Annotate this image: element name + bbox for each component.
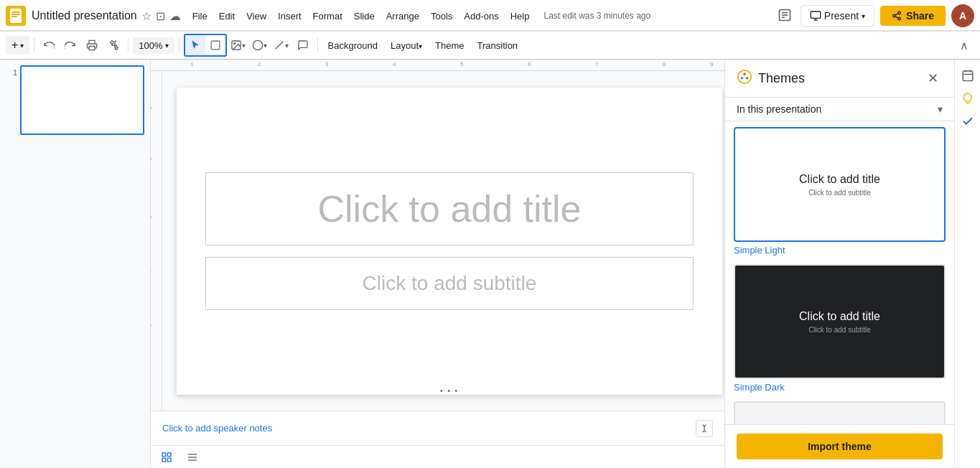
select-tool-button[interactable] (185, 35, 205, 55)
zoom-label: 100% (139, 40, 162, 51)
present-button[interactable]: Present ▾ (801, 5, 874, 27)
select-shape-tool-button[interactable] (205, 35, 225, 55)
star-icon[interactable]: ☆ (141, 9, 151, 23)
svg-rect-16 (162, 453, 166, 457)
menu-format[interactable]: Format (307, 9, 348, 24)
header-right: Present ▾ Share A (775, 4, 974, 27)
select-tool-group (184, 34, 227, 57)
notes-button[interactable] (775, 5, 795, 27)
transition-button[interactable]: Transition (472, 37, 524, 54)
slide-canvas[interactable]: Click to add title Click to add subtitle… (177, 88, 722, 395)
share-button[interactable]: Share (880, 6, 946, 26)
undo-button[interactable] (39, 35, 59, 55)
svg-rect-27 (963, 71, 973, 81)
main-layout: 1 1 2 3 4 5 6 7 8 9 (0, 60, 980, 468)
canvas-content: 1 2 3 4 5 Click to add title Click to ad… (151, 71, 724, 411)
sep2 (128, 38, 129, 52)
theme-name-simple-dark[interactable]: Simple Dark (734, 382, 946, 393)
line-button[interactable]: ▾ (271, 35, 291, 55)
app-logo[interactable] (6, 6, 26, 26)
themes-list: Click to add title Click to add subtitle… (725, 121, 954, 424)
menu-arrange[interactable]: Arrange (381, 9, 425, 24)
cloud-icon[interactable]: ☁ (169, 9, 181, 23)
svg-rect-9 (89, 46, 95, 50)
bottom-bar (151, 445, 724, 468)
svg-rect-10 (211, 41, 220, 50)
shape-button[interactable]: ▾ (250, 35, 270, 55)
themes-filter-row[interactable]: In this presentation ▾ (725, 98, 954, 121)
menu-tools[interactable]: Tools (425, 9, 458, 24)
menu-edit[interactable]: Edit (213, 9, 241, 24)
comment-button[interactable] (293, 35, 313, 55)
list-view-button[interactable] (157, 447, 177, 467)
import-theme-button[interactable]: Import theme (737, 434, 943, 459)
paint-format-button[interactable] (103, 35, 123, 55)
slide-title-placeholder-text: Click to add title (220, 187, 678, 230)
zoom-button[interactable]: 100% ▾ (133, 37, 174, 54)
calendar-button[interactable] (958, 65, 978, 85)
svg-point-23 (738, 70, 751, 83)
sep1 (34, 38, 34, 52)
new-slide-button[interactable]: + ▾ (6, 36, 29, 55)
header-title-group: Untitled presentation ☆ ⊡ ☁ File Edit Vi… (6, 6, 775, 26)
share-label: Share (906, 10, 934, 22)
svg-rect-4 (811, 11, 820, 18)
menu-slide[interactable]: Slide (348, 9, 381, 24)
last-edit-text: Last edit was 3 minutes ago (543, 11, 650, 21)
ruler-marks-h: 1 2 3 4 5 6 7 8 9 (162, 60, 724, 70)
sep3 (179, 38, 179, 52)
themes-header: Themes ✕ (725, 60, 954, 98)
notes-expand-button[interactable] (696, 420, 713, 437)
svg-rect-19 (167, 458, 171, 462)
menu-insert[interactable]: Insert (272, 9, 307, 24)
slide-canvas-wrapper: Click to add title Click to add subtitle… (162, 71, 724, 411)
theme-preview-title-simple-light: Click to add title (799, 173, 880, 186)
speaker-notes-text[interactable]: Click to add speaker notes (162, 423, 272, 434)
theme-preview-simple-light[interactable]: Click to add title Click to add subtitle (734, 127, 946, 242)
themes-icon (737, 69, 752, 88)
theme-button[interactable]: Theme (429, 37, 470, 54)
present-chevron: ▾ (862, 12, 865, 20)
svg-point-24 (743, 72, 746, 75)
print-button[interactable] (82, 35, 102, 55)
themes-footer: Import theme (725, 424, 954, 468)
slide-title-area[interactable]: Click to add title (205, 172, 694, 245)
menu-view[interactable]: View (241, 9, 272, 24)
title-section: Untitled presentation ☆ ⊡ ☁ (32, 9, 181, 22)
theme-preview-subtitle-simple-light: Click to add subtitle (808, 189, 871, 197)
menu-bar: File Edit View Insert Format Slide Arran… (187, 9, 775, 24)
svg-line-14 (276, 42, 284, 50)
grid-view-button[interactable] (182, 447, 202, 467)
speaker-notes-area: Click to add speaker notes (151, 411, 724, 445)
lightbulb-button[interactable] (958, 88, 978, 108)
theme-preview-title-simple-dark: Click to add title (799, 310, 880, 323)
menu-file[interactable]: File (187, 9, 213, 24)
themes-close-button[interactable]: ✕ (923, 68, 943, 88)
collapse-toolbar-button[interactable]: ∧ (954, 35, 974, 55)
image-button[interactable]: ▾ (228, 35, 248, 55)
themes-filter-text: In this presentation (737, 103, 938, 115)
slide-thumbnail[interactable] (20, 65, 144, 135)
redo-button[interactable] (60, 35, 80, 55)
theme-name-simple-light[interactable]: Simple Light (734, 245, 946, 256)
theme-item-spearmint: Click to add title Click to add subtitle (734, 401, 946, 424)
toolbar: + ▾ 100% ▾ (0, 31, 980, 60)
ruler-horizontal: 1 2 3 4 5 6 7 8 9 (151, 60, 724, 71)
doc-title[interactable]: Untitled presentation (32, 9, 137, 22)
background-button[interactable]: Background (322, 37, 383, 54)
user-avatar[interactable]: A (951, 4, 974, 27)
themes-title: Themes (758, 71, 917, 86)
theme-item-simple-light: Click to add title Click to add subtitle… (734, 127, 946, 256)
theme-preview-subtitle-simple-dark: Click to add subtitle (808, 326, 871, 334)
theme-preview-simple-dark[interactable]: Click to add title Click to add subtitle (734, 264, 946, 379)
layout-button[interactable]: Layout▾ (385, 37, 428, 54)
check-button[interactable] (958, 111, 978, 131)
ruler-vertical: 1 2 3 4 5 (151, 71, 162, 411)
slide-subtitle-area[interactable]: Click to add subtitle (205, 257, 694, 310)
theme-preview-spearmint[interactable]: Click to add title Click to add subtitle (734, 401, 946, 424)
menu-addons[interactable]: Add-ons (458, 9, 504, 24)
svg-point-26 (741, 77, 744, 80)
drive-icon[interactable]: ⊡ (156, 9, 165, 23)
slide-resize-handle[interactable]: • • • (440, 387, 459, 395)
menu-help[interactable]: Help (505, 9, 536, 24)
